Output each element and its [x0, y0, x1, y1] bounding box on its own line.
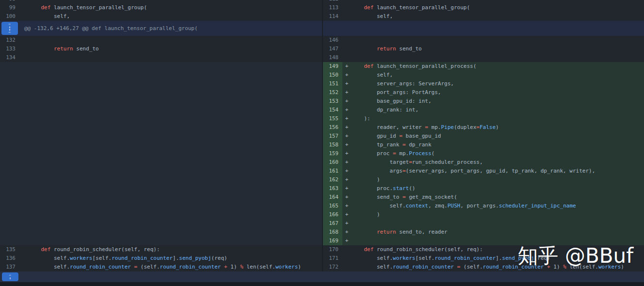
diff-marker: +: [342, 202, 351, 210]
code-token: [self.: [92, 255, 112, 261]
line-number[interactable]: 133: [0, 45, 19, 53]
line-number[interactable]: 158: [323, 141, 342, 149]
diff-row: 98: [0, 0, 322, 3]
code-text: def round_robin_scheduler(self, req):: [351, 245, 644, 254]
line-number[interactable]: 98: [0, 0, 19, 3]
line-number[interactable]: 149: [323, 62, 342, 71]
code-token: (req): [211, 255, 227, 261]
diff-marker: [342, 53, 351, 62]
line-number[interactable]: 152: [323, 88, 342, 97]
line-number[interactable]: 114: [323, 12, 342, 21]
code-token: 1): [227, 264, 241, 270]
diff-marker: +: [342, 141, 351, 149]
code-token: Pipe: [441, 124, 454, 130]
code-token: port_args: PortArgs,: [351, 89, 441, 95]
line-number[interactable]: 134: [0, 53, 19, 62]
line-number[interactable]: 157: [323, 132, 342, 141]
line-number[interactable]: 99: [0, 3, 19, 12]
code-token: workers: [275, 264, 298, 270]
diff-marker: +: [342, 132, 351, 141]
line-number[interactable]: 161: [323, 167, 342, 175]
code-token: self,: [351, 72, 393, 78]
code-token: [351, 246, 364, 253]
diff-row: 157+ gpu_id = base_gpu_id: [323, 132, 644, 141]
line-number[interactable]: 163: [323, 184, 342, 193]
diff-row: 100 self,: [0, 12, 322, 21]
code-text: port_args: PortArgs,: [351, 88, 644, 97]
line-number[interactable]: 165: [323, 202, 342, 210]
code-token: launch_tensor_parallel_process(: [373, 63, 476, 69]
line-number[interactable]: 112: [323, 0, 342, 3]
code-token: False: [480, 124, 496, 130]
line-number[interactable]: 148: [323, 53, 342, 62]
line-number[interactable]: 155: [323, 114, 342, 123]
line-number[interactable]: 113: [323, 3, 342, 12]
code-token: (: [432, 150, 435, 157]
code-token: workers: [598, 264, 621, 270]
line-number[interactable]: 159: [323, 149, 342, 158]
line-number[interactable]: 164: [323, 193, 342, 202]
diff-row: 162+ ): [323, 175, 644, 184]
line-number[interactable]: 146: [323, 36, 342, 45]
diff-row: 136 self.workers[self.round_robin_counte…: [0, 254, 322, 263]
line-number[interactable]: 137: [0, 263, 19, 271]
code-token: +: [547, 264, 550, 270]
line-number[interactable]: 156: [323, 123, 342, 132]
diff-marker: [19, 245, 28, 254]
line-number[interactable]: 166: [323, 210, 342, 219]
diff-row: 165+ self.context, zmq.PUSH, port_args.s…: [323, 202, 644, 210]
code-token: ].: [496, 255, 502, 261]
code-token: 1): [550, 264, 564, 270]
line-number[interactable]: 160: [323, 158, 342, 167]
code-token: reader, writer: [351, 124, 425, 130]
expand-hunk-button[interactable]: ⋯↓↑⋯: [1, 22, 18, 35]
expand-down-button[interactable]: ⋯ ↓: [2, 272, 18, 281]
hunk-header-text: @@ -132,6 +146,27 @@ def launch_tensor_p…: [19, 21, 198, 36]
diff-marker: +: [342, 149, 351, 158]
line-number[interactable]: 150: [323, 71, 342, 79]
line-number[interactable]: 162: [323, 175, 342, 184]
line-number[interactable]: 147: [323, 45, 342, 53]
code-token: context: [406, 203, 428, 209]
diff-row: 154+ dp_rank: int,: [323, 106, 644, 114]
code-token: self.: [351, 203, 406, 209]
diff-row: 167+: [323, 219, 644, 228]
line-number[interactable]: 136: [0, 254, 19, 263]
code-text: return send_to, reader: [351, 228, 644, 237]
code-text: ): [351, 210, 644, 219]
line-number[interactable]: 135: [0, 245, 19, 254]
line-number[interactable]: 100: [0, 12, 19, 21]
code-token: dp_rank: int,: [351, 107, 419, 113]
line-number[interactable]: 132: [0, 36, 19, 45]
line-number[interactable]: 171: [323, 254, 342, 263]
code-text: server_args: ServerArgs,: [351, 79, 644, 88]
code-token: gpu_id: [351, 133, 399, 139]
code-text: self.context, zmq.PUSH, port_args.schedu…: [351, 202, 644, 210]
diff-row: 171 self.workers[self.round_robin_counte…: [323, 254, 644, 263]
code-token: [28, 4, 41, 11]
diff-row: 99 def launch_tensor_parallel_group(: [0, 3, 322, 12]
line-number[interactable]: 170: [323, 245, 342, 254]
code-text: ):: [351, 114, 644, 123]
code-token: start: [393, 185, 409, 191]
line-number[interactable]: 153: [323, 97, 342, 106]
code-token: return: [54, 46, 73, 52]
code-token: ): [496, 124, 499, 130]
code-token: def: [41, 4, 51, 11]
code-token: =: [409, 159, 412, 165]
line-number[interactable]: 154: [323, 106, 342, 114]
line-number[interactable]: 172: [323, 263, 342, 271]
bottom-strip: [0, 282, 644, 286]
code-text: return send_to: [28, 45, 322, 53]
diff-marker: +: [342, 193, 351, 202]
diff-row: 168+ return send_to, reader: [323, 228, 644, 237]
code-token: =: [402, 168, 406, 174]
line-number[interactable]: 169: [323, 237, 342, 245]
line-number[interactable]: 168: [323, 228, 342, 237]
dots-icon: ⋯: [8, 32, 11, 34]
code-token: [28, 246, 41, 253]
line-number[interactable]: 167: [323, 219, 342, 228]
code-token: self.: [351, 264, 393, 270]
line-number[interactable]: 151: [323, 79, 342, 88]
diff-viewer: 9899 def launch_tensor_parallel_group(10…: [0, 0, 644, 286]
